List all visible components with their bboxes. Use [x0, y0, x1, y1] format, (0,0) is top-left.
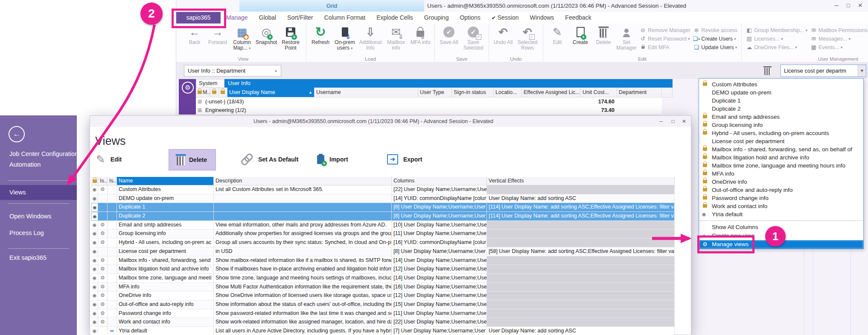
- group-by-selector[interactable]: User Info :: Department ▲: [184, 65, 281, 76]
- ribbon-undo-all-button[interactable]: ↶Undo All: [492, 25, 515, 45]
- ribbon-edit-button[interactable]: ✎Edit: [546, 25, 569, 45]
- views-table-row-mfa-info[interactable]: ◉⚙MFA infoShow Multi Factor Authenticati…: [91, 283, 675, 292]
- ribbon-on-prem-users-button[interactable]: ⇩On-prem users▾: [332, 25, 358, 51]
- ribbon-licenses-button[interactable]: ▤Licenses...▾: [746, 35, 807, 42]
- dropdown-item-email-and-smtp-addresses[interactable]: Email and smtp addresses: [699, 113, 863, 121]
- ribbon-additional-info-button[interactable]: ⇩Additional Info: [358, 25, 383, 51]
- sidebar-item-job-center-configuration[interactable]: Job Center Configuration: [0, 149, 77, 159]
- views-table-row-hybrid-all-users-including-on-prem-ac[interactable]: ◉⚙Hybrid - All users, including on-prem …: [91, 238, 675, 247]
- grid-column-user-display-name[interactable]: User Display Name▲: [227, 88, 315, 97]
- dropdown-item-mailbox-info-shared-forwarding-send-as-on-behalf-of[interactable]: Mailbox info - shared, forwarding, send …: [699, 145, 863, 153]
- tab-sapio365[interactable]: sapio365: [176, 12, 221, 24]
- back-button[interactable]: ←: [9, 126, 25, 142]
- row-select-radio[interactable]: ◉: [91, 238, 98, 247]
- ribbon-group-membership-button[interactable]: ◧Group Membership...▾: [746, 26, 807, 34]
- dropdown-item-demo-update-on-prem[interactable]: DEMO update on-prem: [699, 88, 863, 97]
- ribbon-save-all-button[interactable]: ✔Save All: [437, 25, 460, 45]
- table-header-description[interactable]: Description: [214, 177, 392, 185]
- gear-icon[interactable]: ⚙: [100, 230, 105, 236]
- ribbon-set-manager-button[interactable]: Set Manager: [615, 25, 638, 51]
- ribbon-reset-password-button[interactable]: ↺Reset Password▾: [639, 35, 690, 42]
- ribbon-delete-button[interactable]: Delete: [592, 25, 615, 45]
- views-table-row-license-cost-per-department[interactable]: ◉License cost per departmentin USD[8] Us…: [91, 247, 675, 256]
- ribbon-create-button[interactable]: +Create: [569, 25, 592, 45]
- row-select-radio[interactable]: ◉: [91, 291, 98, 300]
- dropdown-item-create-new-view[interactable]: +Create new view: [699, 232, 863, 240]
- ribbon-mfa-info-button[interactable]: ⇩MFA info: [409, 25, 432, 45]
- ribbon-restore-point-button[interactable]: +Restore Point: [278, 25, 303, 51]
- minimize-button[interactable]: ─: [830, 1, 842, 10]
- dropdown-item-mailbox-litigation-hold-and-archive-info[interactable]: Mailbox litigation hold and archive info: [699, 153, 863, 162]
- band-system[interactable]: System: [196, 79, 224, 88]
- grid-settings-icon[interactable]: ⚙: [182, 82, 194, 94]
- dropdown-item-duplicate-1[interactable]: Duplicate 1: [699, 97, 863, 105]
- gear-icon[interactable]: ⚙: [100, 301, 105, 307]
- ribbon-column-map-button[interactable]: ▦◆Column Map...▾: [229, 25, 255, 51]
- row-select-radio[interactable]: ◉: [91, 185, 98, 194]
- views-table-row-work-and-contact-info[interactable]: ◉⚙Work and contact infoShow work-related…: [91, 318, 675, 327]
- ribbon-remove-manager-button[interactable]: ⊘Remove Manager: [639, 26, 690, 34]
- table-header-is[interactable]: Is...: [108, 177, 117, 185]
- views-table-row-demo-update-on-prem[interactable]: ◉DEMO update on-prem[14] YUID: commonDis…: [91, 194, 675, 203]
- ribbon-messages-button[interactable]: ✉Messages...▾: [810, 35, 868, 42]
- tab-manage[interactable]: Manage: [221, 12, 253, 24]
- tab-options[interactable]: Options: [454, 12, 486, 24]
- combo-dropdown-icon[interactable]: ▼: [858, 65, 866, 76]
- row-select-radio[interactable]: ◉: [91, 203, 98, 212]
- ribbon-refresh-button[interactable]: ↻Refresh: [309, 25, 332, 45]
- row-select-radio[interactable]: ◉: [91, 194, 98, 203]
- dropdown-item-password-change-info[interactable]: Password change info: [699, 194, 863, 202]
- dropdown-item-hybrid-all-users-including-on-prem-accounts[interactable]: Hybrid - All users, including on-prem ac…: [699, 129, 863, 137]
- ribbon-mailbox-info-button[interactable]: ✉⇩Mailbox info: [383, 25, 409, 51]
- row-select-radio[interactable]: ◉: [91, 229, 98, 238]
- views-table-row-mailbox-info-shared-forwarding-send[interactable]: ◉⚙Mailbox info - shared, forwarding, sen…: [91, 256, 675, 265]
- dropdown-item-license-cost-per-department[interactable]: License cost per department: [699, 137, 863, 145]
- dropdown-item-work-and-contact-info[interactable]: Work and contact info: [699, 202, 863, 210]
- sidebar-item-automation[interactable]: Automation: [0, 159, 77, 170]
- dialog-toolbar-export-button[interactable]: ➔Export: [387, 150, 422, 169]
- tab-global[interactable]: Global: [253, 12, 282, 24]
- row-select-radio[interactable]: ◉: [91, 327, 98, 335]
- sidebar-item-open-windows[interactable]: Open Windows: [0, 211, 77, 221]
- grid-column-department[interactable]: Department: [617, 88, 662, 97]
- sidebar-item-views[interactable]: Views: [0, 185, 77, 200]
- ribbon-save-selected-button[interactable]: ✔✓Save Selected: [460, 25, 486, 51]
- tab-explode-cells[interactable]: Explode Cells: [371, 12, 419, 24]
- ribbon-events-button[interactable]: ▦Events...▾: [810, 44, 868, 51]
- ribbon-edit-mfa-button[interactable]: Edit MFA: [639, 44, 690, 51]
- expand-icon[interactable]: ⊞: [198, 99, 202, 105]
- ribbon-update-users-button[interactable]: ❏Update Users▾: [693, 44, 737, 51]
- view-selector-combo[interactable]: License cost per departm ▼: [781, 65, 866, 77]
- row-select-radio[interactable]: ◉: [91, 212, 98, 220]
- views-table-row-mailbox-litigation-hold-and-archive-info[interactable]: ◉⚙Mailbox litigation hold and archive in…: [91, 265, 675, 274]
- dialog-close-button[interactable]: ✕: [678, 116, 690, 127]
- ribbon-mailbox-permissions-button[interactable]: ✉Mailbox Permissions...▾: [810, 26, 868, 34]
- table-header-lock[interactable]: [91, 177, 98, 185]
- views-table-row-ytria-default[interactable]: ◉∞Ytria defaultList all users in Azure A…: [91, 327, 675, 335]
- views-table-row-duplicate-2[interactable]: ◉Duplicate 2[8] User Display Name;Userna…: [91, 212, 675, 221]
- views-table-row-password-change-info[interactable]: ◉⚙Password change infoShow password-rela…: [91, 309, 675, 318]
- ribbon-onedrive-files-button[interactable]: ☁OneDrive Files...▾: [746, 44, 807, 51]
- row-select-radio[interactable]: ◉: [91, 283, 98, 291]
- grid-column-locatio[interactable]: Locatio...: [494, 88, 522, 97]
- tab-windows[interactable]: Windows: [524, 12, 560, 24]
- gear-icon[interactable]: ⚙: [100, 292, 105, 298]
- views-table-row-mailbox-time-zone-language-and-meeti[interactable]: ◉⚙Mailbox time zone, language and meetiS…: [91, 274, 675, 283]
- gear-icon[interactable]: ⚙: [100, 310, 105, 316]
- grid-column-lock-2[interactable]: [219, 88, 227, 97]
- row-select-radio[interactable]: ◉: [91, 221, 98, 229]
- dialog-maximize-button[interactable]: □: [667, 116, 679, 127]
- row-select-radio[interactable]: ◉: [91, 256, 98, 265]
- dialog-toolbar-set-as-default-button[interactable]: Set As Default: [240, 150, 298, 169]
- table-header-columns[interactable]: Columns: [392, 177, 487, 185]
- views-table-row-out-of-office-and-auto-reply-info[interactable]: ◉⚙Out-of-office and auto-reply infoShow …: [91, 300, 675, 309]
- row-select-radio[interactable]: ◉: [91, 274, 98, 282]
- tab-column-format[interactable]: Column Format: [319, 12, 371, 24]
- gear-icon[interactable]: ⚙: [100, 222, 105, 228]
- row-select-radio[interactable]: ◉: [91, 300, 98, 309]
- tab-grouping[interactable]: Grouping: [419, 12, 454, 24]
- grid-column-user-type[interactable]: User Type: [418, 88, 452, 97]
- dialog-toolbar-import-button[interactable]: +Import: [317, 150, 348, 169]
- dialog-minimize-button[interactable]: ─: [655, 116, 667, 127]
- ribbon-create-users-button[interactable]: ❏+Create Users▾: [693, 35, 737, 42]
